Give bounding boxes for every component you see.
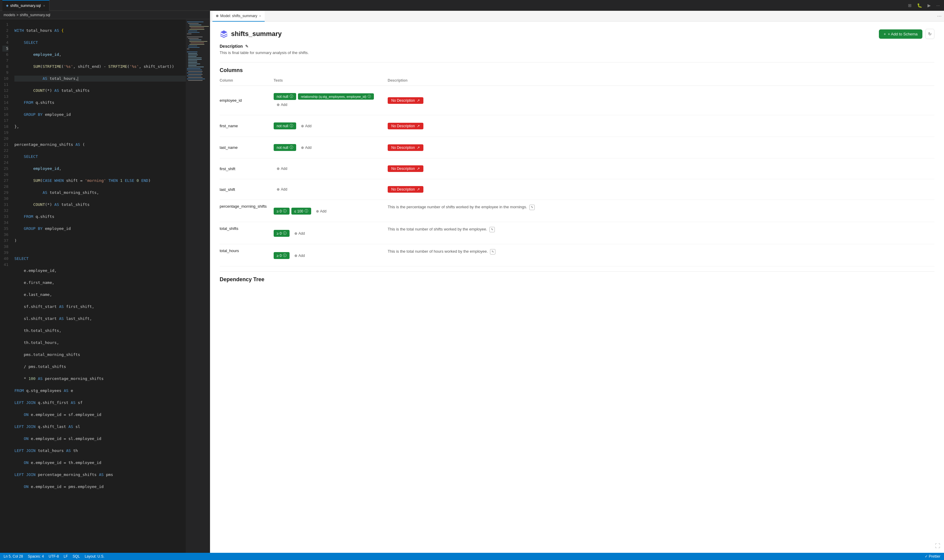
badge-not-null-first-name[interactable]: not null ⓘ	[274, 122, 296, 129]
edit-desc-total-hours-icon[interactable]: ✎	[490, 249, 495, 254]
no-description-first-name-button[interactable]: No Description ↗	[388, 123, 423, 129]
tab-sql[interactable]: ◈ shifts_summary.sql ×	[2, 0, 49, 11]
no-description-last-name-button[interactable]: No Description ↗	[388, 145, 423, 151]
model-tab-dot	[216, 15, 218, 17]
add-test-employee-id-button[interactable]: ⊕ Add	[274, 102, 290, 108]
badge-not-null-employee-id[interactable]: not null ⓘ	[274, 93, 296, 100]
tab-actions: ⊞ 🐛 ▶ ···	[906, 2, 942, 9]
columns-table: Column Tests Description employee_id	[220, 78, 935, 266]
status-encoding[interactable]: UTF-8	[49, 554, 59, 558]
status-line-ending[interactable]: LF	[64, 554, 68, 558]
description-edit-icon[interactable]: ✎	[245, 44, 249, 49]
svg-rect-32	[187, 72, 202, 73]
fullscreen-icon[interactable]: ⛶	[935, 543, 940, 549]
add-to-schema-button[interactable]: + + Add to Schema	[879, 29, 922, 39]
svg-rect-37	[188, 80, 203, 81]
svg-rect-5	[189, 29, 204, 30]
status-language[interactable]: SQL	[72, 554, 80, 558]
model-header: shifts_summary + + Add to Schema ↻	[220, 29, 935, 39]
refresh-button[interactable]: ↻	[926, 29, 935, 39]
code-content[interactable]: WITH total_hours AS { SELECT employee_id…	[12, 19, 186, 553]
badge-relationship-employee-id[interactable]: relationship (q.stg_employees, employee_…	[298, 93, 374, 100]
no-description-first-shift-button[interactable]: No Description ↗	[388, 165, 423, 172]
svg-rect-17	[187, 49, 189, 49]
model-title-container: shifts_summary	[220, 30, 282, 38]
svg-rect-12	[189, 41, 208, 42]
model-content: shifts_summary + + Add to Schema ↻	[210, 22, 944, 553]
add-icon: ⊕	[294, 231, 297, 235]
svg-rect-34	[187, 75, 201, 76]
svg-rect-10	[188, 38, 198, 39]
col-name-employee-id: employee_id	[220, 86, 274, 115]
svg-rect-1	[188, 23, 198, 24]
col-tests-last-name: not null ⓘ ⊕ Add	[274, 137, 388, 158]
col-desc-employee-id: No Description ↗	[388, 86, 935, 115]
svg-rect-20	[188, 55, 198, 55]
svg-rect-29	[187, 68, 200, 69]
add-test-total-shifts-button[interactable]: ⊕ Add	[291, 231, 308, 237]
model-tab-shifts-summary[interactable]: Model: shifts_summary ×	[212, 11, 264, 22]
badge-not-null-last-name[interactable]: not null ⓘ	[274, 144, 296, 151]
status-layout[interactable]: Layout: U.S.	[85, 554, 105, 558]
svg-rect-31	[188, 71, 203, 72]
info-icon-2: ⓘ	[367, 94, 371, 99]
info-icon: ⓘ	[289, 94, 293, 99]
columns-section: Columns Column Tests Description	[220, 67, 935, 266]
add-test-total-hours-button[interactable]: ⊕ Add	[291, 253, 308, 259]
svg-rect-3	[189, 26, 209, 27]
badge-lte-100-pct-morning[interactable]: ≤ 100 ⓘ	[291, 208, 311, 215]
edit-desc-total-shifts-icon[interactable]: ✎	[489, 227, 495, 232]
more-actions-button[interactable]: ···	[935, 2, 942, 9]
external-link-icon: ↗	[417, 166, 420, 171]
col-header-tests: Tests	[274, 78, 388, 86]
code-editor[interactable]: 1234 5 678910 1112131415 1617181920 2122…	[0, 19, 210, 553]
tab-sql-label: shifts_summary.sql	[10, 4, 41, 8]
status-prettier[interactable]: ✓ Prettier	[925, 554, 940, 558]
add-test-last-shift-button[interactable]: ⊕ Add	[274, 186, 290, 192]
col-name-last-shift: last_shift	[220, 179, 274, 200]
col-desc-first-name: No Description ↗	[388, 115, 935, 137]
description-text: This is final table for summary analysis…	[220, 51, 935, 55]
model-tab-more-button[interactable]: ···	[937, 13, 942, 19]
no-description-last-shift-button[interactable]: No Description ↗	[388, 186, 423, 193]
svg-rect-16	[188, 47, 200, 48]
split-editor-button[interactable]: ⊞	[906, 2, 913, 9]
col-tests-total-hours: ≥ 0 ⓘ ⊕ Add	[274, 244, 388, 266]
run-button[interactable]: ▶	[926, 2, 933, 9]
table-row: percentage_morning_shifts ≥ 0 ⓘ ≤ 100 ⓘ …	[220, 200, 935, 222]
sql-file-icon: ◈	[6, 4, 8, 8]
description-label: Description ✎	[220, 44, 935, 49]
right-pane: Model: shifts_summary × ··· s	[210, 11, 944, 553]
add-test-last-name-button[interactable]: ⊕ Add	[298, 145, 314, 151]
col-tests-last-shift: ⊕ Add	[274, 179, 388, 200]
badge-gte-0-pct-morning[interactable]: ≥ 0 ⓘ	[274, 208, 289, 215]
model-tab-close[interactable]: ×	[259, 14, 261, 18]
edit-desc-pct-morning-icon[interactable]: ✎	[529, 205, 535, 210]
add-test-first-shift-button[interactable]: ⊕ Add	[274, 166, 290, 172]
col-desc-last-shift: No Description ↗	[388, 179, 935, 200]
col-name-total-hours: total_hours	[220, 244, 274, 266]
debug-button[interactable]: 🐛	[915, 2, 924, 9]
breadcrumb-child[interactable]: shifts_summary.sql	[20, 13, 51, 17]
add-test-first-name-button[interactable]: ⊕ Add	[298, 123, 314, 129]
no-description-employee-id-button[interactable]: No Description ↗	[388, 97, 423, 104]
col-name-last-name: last_name	[220, 137, 274, 158]
breadcrumb-root[interactable]: models	[4, 13, 15, 17]
col-tests-total-shifts: ≥ 0 ⓘ ⊕ Add	[274, 222, 388, 244]
external-link-icon: ↗	[417, 146, 420, 150]
tab-sql-close[interactable]: ×	[43, 3, 46, 8]
status-position[interactable]: Ln 5, Col 28	[4, 554, 23, 558]
status-spaces[interactable]: Spaces: 4	[28, 554, 44, 558]
col-header-column: Column	[220, 78, 274, 86]
svg-rect-8	[187, 34, 191, 34]
col-name-pct-morning: percentage_morning_shifts	[220, 200, 274, 222]
add-icon: ⊕	[277, 103, 280, 107]
add-test-pct-morning-button[interactable]: ⊕ Add	[313, 208, 329, 214]
col-desc-first-shift: No Description ↗	[388, 158, 935, 179]
breadcrumb-sep: >	[17, 13, 18, 17]
badge-gte-0-total-hours[interactable]: ≥ 0 ⓘ	[274, 252, 289, 259]
badge-gte-0-total-shifts[interactable]: ≥ 0 ⓘ	[274, 230, 289, 237]
info-icon: ⓘ	[304, 209, 308, 214]
minimap-svg	[186, 19, 210, 169]
add-icon: ⊕	[301, 124, 304, 128]
